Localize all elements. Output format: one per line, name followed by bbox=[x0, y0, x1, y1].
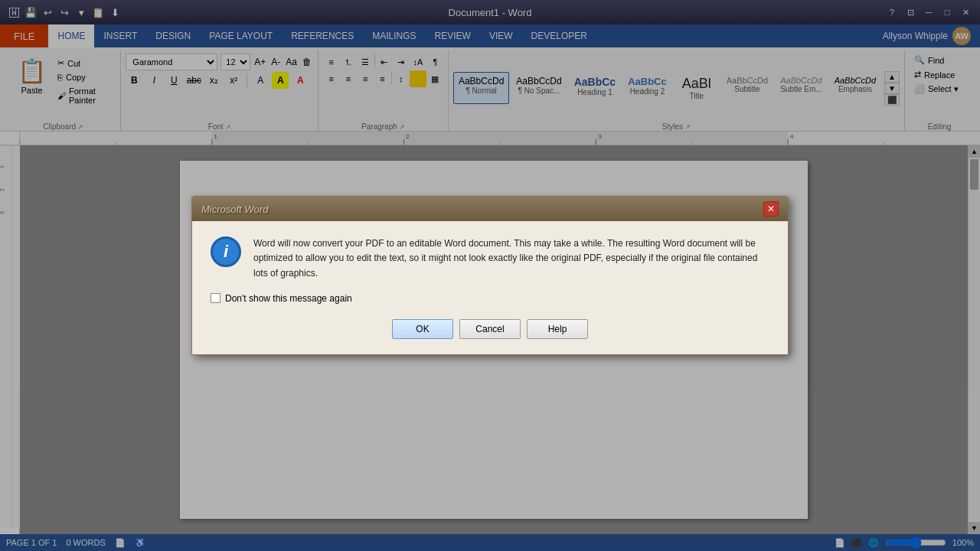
dialog-checkbox-row: Don't show this message again bbox=[211, 293, 769, 304]
modal-overlay: Microsoft Word ✕ i Word will now convert… bbox=[0, 0, 980, 551]
dont-show-label: Don't show this message again bbox=[225, 293, 352, 304]
dialog-title: Microsoft Word bbox=[201, 204, 268, 215]
ok-button[interactable]: OK bbox=[392, 319, 453, 339]
dialog-message: Word will now convert your PDF to an edi… bbox=[253, 236, 769, 281]
dialog-titlebar: Microsoft Word ✕ bbox=[192, 197, 788, 221]
microsoft-word-dialog: Microsoft Word ✕ i Word will now convert… bbox=[191, 196, 789, 355]
dialog-body: i Word will now convert your PDF to an e… bbox=[192, 221, 788, 354]
dialog-close-button[interactable]: ✕ bbox=[763, 201, 779, 217]
dialog-buttons: OK Cancel Help bbox=[211, 319, 769, 339]
cancel-button[interactable]: Cancel bbox=[459, 319, 521, 339]
dont-show-checkbox[interactable] bbox=[211, 293, 220, 303]
dialog-content-row: i Word will now convert your PDF to an e… bbox=[211, 236, 769, 281]
help-button-dialog[interactable]: Help bbox=[527, 319, 588, 339]
info-icon: i bbox=[211, 236, 241, 267]
